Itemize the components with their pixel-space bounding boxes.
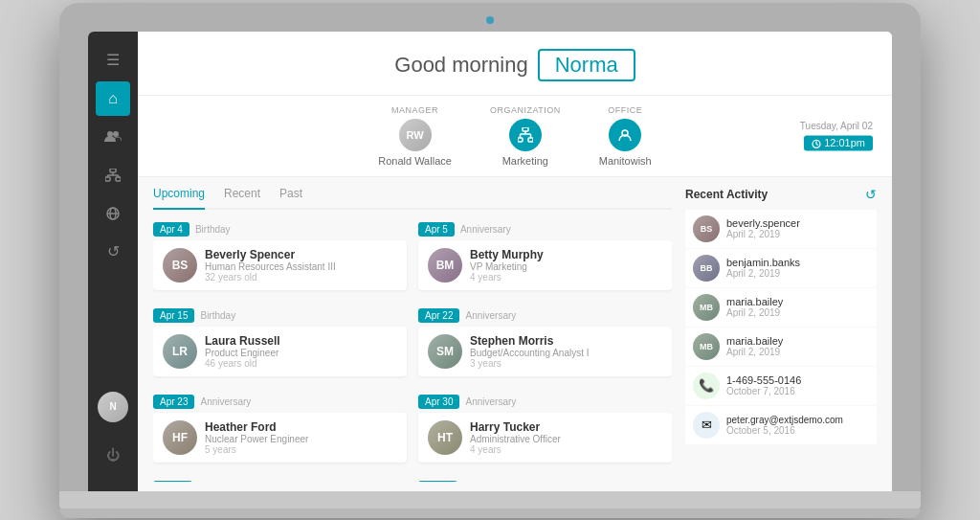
laptop-camera [486, 16, 494, 24]
event-group-apr30: Apr 30 Anniversary HT Harry Tucker [418, 392, 672, 470]
event-date-apr5: Apr 5 [418, 222, 455, 237]
heather-detail: 5 years [205, 444, 397, 455]
event-date-apr22: Apr 22 [418, 308, 459, 323]
harry-avatar: HT [428, 420, 462, 455]
event-card-harry[interactable]: HT Harry Tucker Administrative Officer 4… [418, 413, 672, 463]
activity-name-1: benjamin.banks [726, 257, 869, 268]
event-card-stephen[interactable]: SM Stephen Morris Budget/Accounting Anal… [418, 327, 672, 376]
beverly-title: Human Resources Assistant III [205, 261, 397, 272]
sidebar-nav: ☰ ⌂ ↺ [96, 43, 130, 384]
event-card-betty[interactable]: BM Betty Murphy VP Marketing 4 years [418, 240, 672, 290]
harry-title: Administrative Officer [470, 434, 662, 444]
event-type-apr4: Birthday [195, 224, 231, 235]
home-icon[interactable]: ⌂ [96, 81, 130, 116]
tab-recent[interactable]: Recent [224, 187, 260, 204]
content-area: Upcoming Recent Past Apr 4 Birthday [138, 177, 892, 491]
org-chart-icon[interactable] [96, 158, 130, 192]
menu-icon[interactable]: ☰ [96, 43, 130, 78]
activity-date-4: October 7, 2016 [726, 386, 869, 396]
activity-avatar-2: MB [693, 294, 720, 321]
laptop-container: ☰ ⌂ ↺ N ⏻ [59, 3, 921, 518]
tab-upcoming[interactable]: Upcoming [153, 187, 205, 210]
sidebar: ☰ ⌂ ↺ N ⏻ [88, 32, 138, 491]
betty-title: VP Marketing [470, 261, 662, 272]
event-label-apr5: Apr 5 Anniversary [418, 222, 511, 237]
stephen-title: Budget/Accounting Analyst I [470, 348, 662, 358]
office-info: OFFICE Manitowish [599, 105, 652, 167]
activity-date-0: April 2, 2019 [726, 229, 869, 239]
activity-item-2[interactable]: MB maria.bailey April 2, 2019 [685, 288, 877, 327]
greeting-name: Norma [538, 49, 635, 81]
activity-date-2: April 2, 2019 [726, 307, 869, 318]
office-icon[interactable] [609, 119, 641, 151]
activity-refresh-icon[interactable]: ↺ [865, 187, 877, 202]
activity-title: Recent Activity [685, 188, 768, 201]
activity-item-3[interactable]: MB maria.bailey April 2, 2019 [685, 328, 877, 366]
laptop-bottom [59, 509, 921, 518]
activity-item-4[interactable]: 📞 1-469-555-0146 October 7, 2016 [685, 367, 877, 405]
svg-rect-2 [110, 169, 116, 172]
event-type-apr15: Birthday [200, 310, 235, 321]
activity-name-4: 1-469-555-0146 [726, 374, 869, 386]
office-label: OFFICE [608, 105, 642, 115]
date-text: Tuesday, April 02 [800, 121, 873, 131]
org-label: ORGANIZATION [490, 105, 561, 115]
event-group-apr15: Apr 15 Birthday LR Laura Russell [153, 305, 407, 384]
activity-name-5: peter.gray@extjsdemo.com [726, 415, 869, 425]
user-avatar[interactable]: N [98, 392, 128, 422]
activity-name-2: maria.bailey [726, 296, 869, 307]
event-group-apr22: Apr 22 Anniversary SM Stephen Morris [418, 305, 672, 384]
event-type-apr30: Anniversary [465, 396, 516, 407]
stephen-detail: 3 years [470, 358, 662, 369]
globe-icon[interactable] [96, 196, 130, 231]
activity-info-3: maria.bailey April 2, 2019 [726, 335, 869, 357]
event-card-beverly[interactable]: BS Beverly Spencer Human Resources Assis… [153, 240, 407, 290]
manager-avatar[interactable]: RW [399, 119, 432, 151]
people-icon[interactable] [96, 120, 130, 154]
org-icon[interactable] [509, 119, 542, 151]
svg-rect-12 [523, 127, 528, 131]
activity-date-5: October 5, 2016 [726, 425, 869, 436]
activity-date-3: April 2, 2019 [726, 347, 869, 357]
laura-detail: 46 years old [205, 358, 397, 369]
activity-info-0: beverly.spencer April 2, 2019 [726, 217, 869, 239]
activity-avatar-4: 📞 [693, 373, 720, 399]
manager-label: MANAGER [391, 105, 438, 115]
svg-rect-3 [105, 177, 110, 181]
activity-info-4: 1-469-555-0146 October 7, 2016 [726, 374, 869, 396]
event-group-may5: May 5 Anniversary AD Amy Davis [418, 478, 672, 482]
tabs-row: Upcoming Recent Past [153, 187, 672, 210]
activity-panel: Recent Activity ↺ BS beverly.spencer Apr… [685, 187, 877, 482]
events-col-left: Apr 4 Birthday BS Beverly Spencer [153, 219, 407, 482]
svg-rect-4 [116, 177, 121, 181]
event-type-apr22: Anniversary [465, 310, 516, 321]
heather-info: Heather Ford Nuclear Power Engineer 5 ye… [205, 420, 397, 455]
tab-past[interactable]: Past [279, 187, 302, 204]
history-icon[interactable]: ↺ [96, 235, 130, 269]
harry-info: Harry Tucker Administrative Officer 4 ye… [470, 420, 662, 455]
event-label-may5: May 5 Anniversary [418, 481, 514, 482]
laura-title: Product Engineer [205, 348, 397, 358]
heather-name: Heather Ford [205, 420, 397, 434]
event-card-heather[interactable]: HF Heather Ford Nuclear Power Engineer 5… [153, 413, 407, 463]
heather-title: Nuclear Power Engineer [205, 434, 397, 444]
event-card-laura[interactable]: LR Laura Russell Product Engineer 46 yea… [153, 327, 407, 376]
harry-name: Harry Tucker [470, 420, 662, 434]
event-date-apr23: Apr 23 [153, 395, 194, 409]
event-label-apr15: Apr 15 Birthday [153, 308, 235, 323]
power-icon[interactable]: ⏻ [96, 438, 130, 472]
event-group-may2: May 2 Birthday RK Raymond Kelley [153, 478, 407, 482]
info-bar: MANAGER RW Ronald Wallace ORGANIZATION M… [138, 96, 892, 177]
org-name: Marketing [502, 155, 548, 167]
events-panel: Upcoming Recent Past Apr 4 Birthday [153, 187, 672, 482]
main-content: Good morning Norma MANAGER RW Ronald Wal… [138, 32, 892, 491]
activity-item-5[interactable]: ✉ peter.gray@extjsdemo.com October 5, 20… [685, 406, 877, 444]
stephen-info: Stephen Morris Budget/Accounting Analyst… [470, 334, 662, 369]
harry-detail: 4 years [470, 444, 662, 455]
activity-item-1[interactable]: BB benjamin.banks April 2, 2019 [685, 249, 877, 287]
svg-point-1 [113, 131, 119, 137]
betty-detail: 4 years [470, 272, 662, 283]
greeting-text: Good morning [394, 53, 527, 78]
event-date-may2: May 2 [153, 481, 192, 482]
activity-item-0[interactable]: BS beverly.spencer April 2, 2019 [685, 210, 877, 248]
